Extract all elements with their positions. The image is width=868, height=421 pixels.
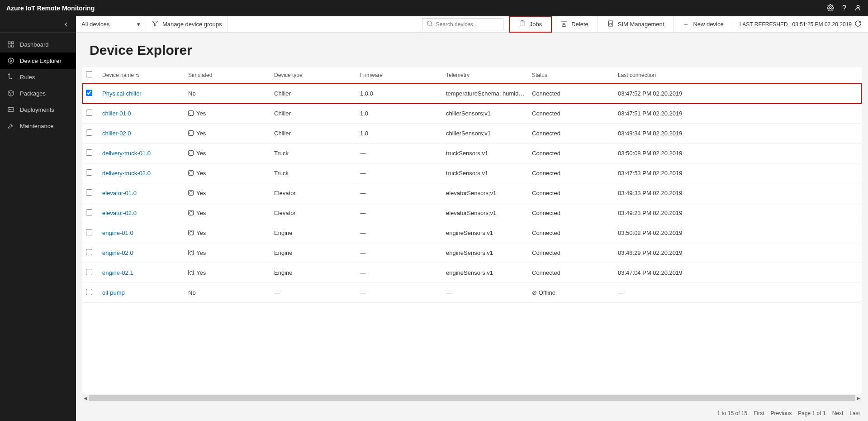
row-checkbox[interactable] [86,90,92,96]
row-checkbox[interactable] [86,269,92,275]
manage-groups-label: Manage device groups [162,21,222,28]
col-telemetry[interactable]: Telemetry [442,67,528,84]
refresh-icon[interactable] [854,20,862,29]
table-row[interactable]: engine-02.0YesEngine---engineSensors;v1C… [82,243,862,263]
cell-last: 03:49:23 PM 02.20.2019 [614,203,862,223]
device-link[interactable]: chiller-01.0 [102,110,131,117]
cell-firmware: --- [356,223,442,243]
cell-type: Chiller [270,84,356,104]
horizontal-scrollbar[interactable]: ◀▶ [82,394,862,402]
table-row[interactable]: Physical-chillerNoChiller1.0.0temperatur… [82,84,862,104]
col-simulated[interactable]: Simulated [185,67,270,84]
pager-prev[interactable]: Previous [771,410,792,416]
device-link[interactable]: delivery-truck-01.0 [102,150,151,157]
search-input-wrapper[interactable] [422,18,503,30]
sidebar-item-packages[interactable]: Packages [0,85,76,101]
help-icon[interactable]: ? [842,4,846,12]
table-row[interactable]: oil-pumpNo---------Offline--- [82,283,862,303]
cell-status: Connected [528,124,614,144]
pager-last[interactable]: Last [849,410,860,416]
row-checkbox[interactable] [86,249,92,255]
device-link[interactable]: chiller-02.0 [102,130,131,137]
device-link[interactable]: elevator-01.0 [102,190,137,196]
svg-point-13 [10,109,11,110]
cell-firmware: --- [356,183,442,203]
search-input[interactable] [436,21,499,28]
jobs-button[interactable]: Jobs [509,16,552,33]
pager-next[interactable]: Next [832,410,844,416]
row-checkbox[interactable] [86,129,92,136]
pager-range: 1 to 15 of 15 [717,410,747,416]
col-device-name[interactable]: Device name⇅ [99,67,185,84]
row-checkbox[interactable] [86,169,92,176]
sidebar-item-device-explorer[interactable]: Device Explorer [0,53,76,69]
row-checkbox[interactable] [86,289,92,295]
simulated-icon [188,150,194,156]
cell-type: Elevator [270,183,356,203]
sidebar-item-deployments[interactable]: Deployments [0,101,76,118]
cell-simulated: Yes [185,263,270,283]
table-row[interactable]: delivery-truck-02.0YesTruck---truckSenso… [82,163,862,183]
sidebar-item-label: Maintenance [20,123,53,129]
devices-icon [7,57,14,64]
col-last-connection[interactable]: Last connection [614,67,862,84]
pager-page: Page 1 of 1 [798,410,825,416]
settings-icon[interactable] [827,4,834,13]
table-row[interactable]: engine-02.1YesEngine---engineSensors;v1C… [82,263,862,283]
table-row[interactable]: elevator-02.0YesElevator---elevatorSenso… [82,203,862,223]
table-row[interactable]: chiller-01.0YesChiller1.0chillerSensors;… [82,104,862,124]
cell-telemetry: chillerSensors;v1 [442,104,528,124]
cell-telemetry: truckSensors;v1 [442,144,528,163]
sidebar-item-dashboard[interactable]: Dashboard [0,36,76,53]
table-row[interactable]: engine-01.0YesEngine---engineSensors;v1C… [82,223,862,243]
cell-last: --- [614,283,862,303]
row-checkbox[interactable] [86,229,92,235]
filter-icon [152,20,159,29]
select-all-checkbox[interactable] [86,71,92,77]
new-device-label: New device [693,21,723,28]
col-status[interactable]: Status [528,67,614,84]
col-firmware[interactable]: Firmware [356,67,442,84]
cell-simulated: Yes [185,243,270,263]
manage-groups-button[interactable]: Manage device groups [146,16,228,32]
collapse-sidebar-button[interactable] [0,16,76,33]
table-row[interactable]: chiller-02.0YesChiller1.0chillerSensors;… [82,124,862,144]
cell-type: Truck [270,163,356,183]
pager-first[interactable]: First [754,410,764,416]
row-checkbox[interactable] [86,149,92,156]
row-checkbox[interactable] [86,110,92,116]
cell-type: Elevator [270,203,356,223]
sidebar-item-rules[interactable]: Rules [0,69,76,85]
trash-icon [560,20,568,29]
device-link[interactable]: engine-01.0 [102,230,133,236]
simulated-icon [188,230,194,235]
table-row[interactable]: elevator-01.0YesElevator---elevatorSenso… [82,183,862,203]
svg-point-1 [857,5,859,7]
jobs-label: Jobs [530,21,542,28]
packages-icon [7,90,14,97]
cell-simulated: Yes [185,124,270,144]
simulated-icon [188,170,194,176]
search-icon [426,20,433,29]
table-row[interactable]: delivery-truck-01.0YesTruck---truckSenso… [82,144,862,163]
device-link[interactable]: oil-pump [102,289,125,296]
svg-rect-11 [8,107,14,111]
device-link[interactable]: delivery-truck-02.0 [102,170,151,177]
new-device-button[interactable]: ＋ New device [674,16,733,32]
sidebar-item-maintenance[interactable]: Maintenance [0,118,76,134]
maint-icon [7,122,14,129]
row-checkbox[interactable] [86,209,92,215]
user-icon[interactable] [854,4,862,13]
col-device-type[interactable]: Device type [270,67,356,84]
device-link[interactable]: engine-02.1 [102,269,133,276]
row-checkbox[interactable] [86,189,92,196]
device-filter-dropdown[interactable]: All devices ▾ [76,16,146,32]
device-link[interactable]: engine-02.0 [102,249,133,256]
cell-status: Connected [528,163,614,183]
device-link[interactable]: Physical-chiller [102,90,142,97]
delete-button[interactable]: Delete [551,16,598,32]
device-link[interactable]: elevator-02.0 [102,210,137,216]
cell-simulated: Yes [185,163,270,183]
sim-management-button[interactable]: SIM Management [598,16,674,32]
cell-telemetry: engineSensors;v1 [442,223,528,243]
